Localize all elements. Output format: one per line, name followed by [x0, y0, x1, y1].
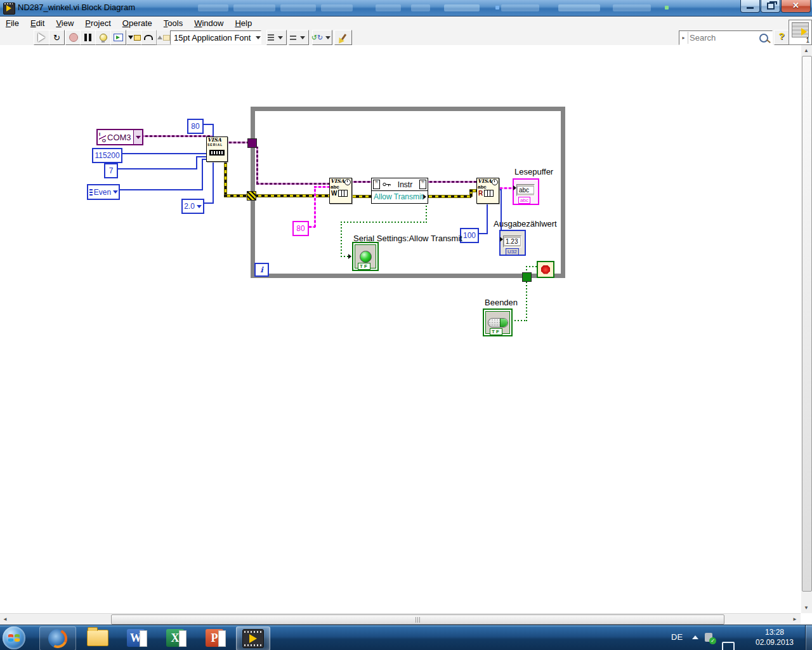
- language-indicator[interactable]: DE: [671, 632, 683, 642]
- windows-flag-icon: [8, 632, 20, 644]
- property-node-class: Instr: [392, 180, 418, 189]
- reference-out-glyph: ?!: [419, 180, 426, 189]
- lesepuffer-type-tag: abc: [518, 197, 530, 204]
- wire-visa-resource: [141, 135, 213, 137]
- taskbar-word[interactable]: W: [121, 627, 151, 649]
- context-help-button[interactable]: ?: [774, 30, 789, 45]
- tray-date: 02.09.2013: [752, 637, 797, 647]
- enum-glyph: [89, 189, 93, 196]
- usb-device-icon[interactable]: [705, 633, 712, 642]
- key-icon: [383, 182, 391, 187]
- retain-wire-values-button[interactable]: [110, 30, 126, 45]
- tray-expand-icon[interactable]: [692, 635, 698, 639]
- visa-read-node[interactable]: VISA abc R: [476, 178, 499, 204]
- io-glyph: IO: [99, 133, 106, 142]
- tunnel-error[interactable]: [247, 191, 256, 201]
- clock[interactable]: 13:28 02.09.2013: [752, 627, 797, 647]
- clock-glyph: [492, 179, 498, 185]
- minimize-button[interactable]: [740, 0, 760, 13]
- property-node[interactable]: ?! Instr ?! Allow Transmit: [371, 178, 428, 204]
- abort-icon: [69, 33, 78, 42]
- search-input[interactable]: [688, 32, 759, 43]
- tray-time: 13:28: [752, 627, 797, 637]
- parity-enum-constant[interactable]: Even: [87, 184, 120, 200]
- data-bits-constant[interactable]: 7: [104, 163, 118, 178]
- wire-error: [224, 156, 227, 196]
- tunnel-stop[interactable]: [522, 272, 532, 282]
- search-icon: [759, 34, 768, 43]
- wire-baud-rate: [119, 153, 207, 154]
- restore-button[interactable]: [761, 0, 780, 13]
- read-count-constant[interactable]: 100: [460, 228, 479, 243]
- taskbar-labview[interactable]: [236, 627, 270, 650]
- scroll-up-arrow[interactable]: ▲: [801, 45, 811, 55]
- run-continuous-button[interactable]: ↻: [49, 30, 65, 45]
- visa-configure-serial-node[interactable]: VISA SERIAL: [206, 136, 228, 162]
- chevron-down-icon: [256, 36, 261, 39]
- cleanup-diagram-button[interactable]: [334, 30, 352, 45]
- taskbar-explorer[interactable]: [82, 627, 113, 649]
- scroll-down-arrow[interactable]: ▼: [801, 602, 811, 613]
- network-icon[interactable]: [722, 642, 735, 650]
- search-history-arrow[interactable]: ▸: [679, 32, 688, 44]
- loop-iteration-terminal[interactable]: i: [254, 263, 269, 277]
- ausgabe-type-tag: U32: [506, 248, 519, 255]
- step-over-icon: [144, 35, 153, 40]
- taskbar-firefox[interactable]: [39, 627, 76, 650]
- taskbar-excel[interactable]: X: [160, 627, 190, 649]
- run-continuous-icon: ↻: [53, 34, 60, 42]
- aero-ghost: [613, 4, 651, 11]
- align-objects-dropdown[interactable]: [266, 30, 287, 45]
- labview-icon: [242, 629, 264, 648]
- menu-tools[interactable]: Tools: [158, 18, 188, 29]
- tunnel-visa-resource[interactable]: [247, 138, 257, 148]
- distribute-objects-dropdown[interactable]: [289, 30, 309, 45]
- chevron-down-icon[interactable]: [133, 130, 142, 144]
- visa-resource-constant[interactable]: IO COM3: [96, 129, 143, 145]
- step-over-button[interactable]: [141, 30, 157, 45]
- menu-file[interactable]: File: [0, 18, 25, 29]
- property-node-item[interactable]: Allow Transmit: [372, 191, 428, 202]
- menu-help[interactable]: Help: [229, 18, 258, 29]
- menu-edit[interactable]: Edit: [25, 18, 50, 29]
- stop-bits-constant[interactable]: 2.0: [181, 199, 204, 214]
- loop-condition-terminal[interactable]: [537, 261, 554, 278]
- abort-button[interactable]: [65, 30, 81, 45]
- word-icon: W: [127, 629, 145, 647]
- align-objects-icon: [268, 34, 274, 41]
- highlight-execution-button[interactable]: [95, 30, 111, 45]
- font-selector[interactable]: 15pt Application Font: [170, 30, 261, 44]
- vertical-scrollbar[interactable]: ▲ ▼: [801, 45, 812, 613]
- lightbulb-icon: [100, 34, 107, 41]
- vi-icon-number: 1: [806, 37, 809, 44]
- reorder-dropdown[interactable]: ↺↻: [312, 30, 332, 45]
- menu-view[interactable]: View: [50, 18, 79, 29]
- show-desktop-button[interactable]: [805, 625, 812, 650]
- horizontal-scroll-thumb[interactable]: [111, 614, 724, 625]
- horizontal-scrollbar[interactable]: ◄ ►: [0, 613, 801, 625]
- scroll-left-arrow[interactable]: ◄: [0, 614, 10, 624]
- close-button[interactable]: ✕: [781, 0, 811, 13]
- timeout-constant[interactable]: 80: [187, 119, 204, 134]
- taskbar-powerpoint[interactable]: P: [199, 627, 230, 649]
- scroll-right-arrow[interactable]: ►: [790, 614, 800, 624]
- visa-write-node[interactable]: VISA abc W: [329, 178, 352, 204]
- menu-project[interactable]: Project: [79, 18, 116, 29]
- close-icon: ✕: [782, 1, 810, 10]
- step-into-button[interactable]: [126, 30, 142, 45]
- vi-icon-pane[interactable]: 1: [789, 20, 812, 45]
- vertical-scroll-thumb[interactable]: [802, 56, 812, 592]
- property-write-arrow: [423, 194, 426, 199]
- write-count-constant[interactable]: 80: [292, 221, 309, 236]
- run-button[interactable]: [34, 30, 49, 45]
- ausgabe-value: 1.23: [504, 237, 521, 246]
- serial-settings-type-tag: TF: [358, 263, 370, 270]
- menu-operate[interactable]: Operate: [117, 18, 158, 29]
- wire-stop-condition: [526, 281, 527, 321]
- baud-rate-constant[interactable]: 115200: [92, 148, 122, 163]
- title-bar[interactable]: ND287_winkel.vi Block Diagram ✕: [0, 0, 812, 17]
- pause-button[interactable]: [80, 30, 96, 45]
- menu-window[interactable]: Window: [188, 18, 229, 29]
- step-out-button[interactable]: [155, 30, 171, 45]
- start-button[interactable]: [3, 627, 25, 649]
